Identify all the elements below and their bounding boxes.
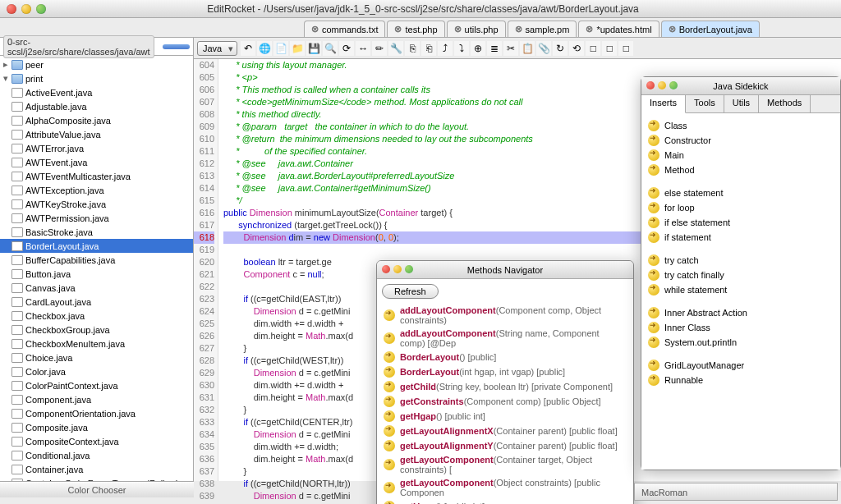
tree-file[interactable]: ColorPaintContext.java [0, 378, 193, 392]
toolbar-button[interactable]: 📄 [273, 41, 288, 56]
tree-file[interactable]: AWTKeyStroke.java [0, 197, 193, 211]
tree-file[interactable]: AWTPermission.java [0, 211, 193, 225]
tree-file[interactable]: Button.java [0, 267, 193, 281]
sidekick-insert-item[interactable]: Inner Class [645, 320, 837, 335]
tree-file[interactable]: ComponentOrientation.java [0, 406, 193, 420]
toolbar-button[interactable]: 📁 [290, 41, 305, 56]
sidekick-insert-item[interactable]: Method [645, 163, 837, 177]
method-item[interactable]: getLayoutAlignmentX(Container parent) [p… [382, 424, 628, 438]
tree-file[interactable]: Checkbox.java [0, 309, 193, 323]
tree-file[interactable]: CheckboxGroup.java [0, 323, 193, 337]
sidekick-insert-item[interactable]: try catch [645, 253, 837, 268]
toolbar-button[interactable]: ⤵ [454, 41, 469, 56]
method-item[interactable]: BorderLayout(int hgap, int vgap) [public… [382, 364, 628, 379]
method-item[interactable]: getLayoutComponent(Object constraints) [… [382, 476, 628, 499]
method-item[interactable]: getLayoutAlignmentY(Container parent) [p… [382, 438, 628, 453]
toolbar-button[interactable]: ✏ [372, 41, 387, 56]
tree-file[interactable]: Composite.java [0, 420, 193, 434]
tree-file[interactable]: Color.java [0, 364, 193, 378]
document-tab[interactable]: ⊗test.php [387, 21, 444, 37]
tree-file[interactable]: BasicStroke.java [0, 225, 193, 239]
toolbar-button[interactable]: ⤴ [438, 41, 453, 56]
toolbar-button[interactable]: □ [618, 41, 633, 56]
sidekick-insert-item[interactable]: System.out.println [645, 335, 837, 350]
refresh-button[interactable]: Refresh [382, 284, 439, 299]
tree-file[interactable]: AWTEventMulticaster.java [0, 169, 193, 183]
close-tab-icon[interactable]: ⊗ [454, 24, 462, 34]
tree-folder[interactable]: ▸peer [0, 57, 193, 71]
tree-file[interactable]: Choice.java [0, 351, 193, 364]
sidekick-insert-item[interactable]: if else statement [645, 215, 837, 230]
document-tab[interactable]: ⊗BorderLayout.java [661, 21, 760, 37]
method-item[interactable]: addLayoutComponent(Component comp, Objec… [382, 304, 628, 327]
tree-file[interactable]: Component.java [0, 392, 193, 406]
sidekick-insert-item[interactable]: try catch finally [645, 268, 837, 282]
status-encoding[interactable]: MacRoman [634, 483, 838, 501]
tree-file[interactable]: CompositeContext.java [0, 434, 193, 448]
sidebar-footer[interactable]: Color Chooser [0, 481, 194, 497]
tree-folder[interactable]: ▾print [0, 71, 193, 85]
sidekick-insert-item[interactable]: Main [645, 148, 837, 163]
zoom-icon[interactable] [405, 265, 413, 273]
language-select[interactable]: Java [197, 41, 237, 56]
method-item[interactable]: getChild(String key, boolean ltr) [priva… [382, 379, 628, 394]
toolbar-button[interactable]: □ [586, 41, 600, 56]
toolbar-button[interactable]: ↔ [356, 41, 370, 56]
toolbar-button[interactable]: ↶ [241, 41, 255, 56]
close-icon[interactable] [382, 265, 390, 273]
tree-file[interactable]: Adjustable.java [0, 99, 193, 113]
close-icon[interactable] [646, 81, 655, 89]
disclosure-arrow-icon[interactable]: ▾ [3, 73, 11, 84]
tree-file[interactable]: AWTEvent.java [0, 155, 193, 169]
toolbar-button[interactable]: □ [602, 41, 617, 56]
toolbar-button[interactable]: ⊕ [471, 41, 485, 56]
java-sidekick-window[interactable]: Java Sidekick InsertsToolsUtilsMethods C… [641, 76, 841, 470]
minimize-icon[interactable] [393, 265, 402, 273]
method-item[interactable]: addLayoutComponent(String name, Componen… [382, 327, 628, 350]
minimize-icon[interactable] [658, 81, 666, 89]
toolbar-button[interactable]: ⎘ [405, 41, 420, 56]
method-item[interactable]: getConstraints(Component comp) [public O… [382, 394, 628, 409]
toolbar-button[interactable]: ↻ [553, 41, 568, 56]
toolbar-button[interactable]: 📋 [520, 41, 535, 56]
method-item[interactable]: BorderLayout() [public] [382, 350, 628, 364]
toolbar-button[interactable]: 📎 [536, 41, 551, 56]
close-tab-icon[interactable]: ⊗ [669, 24, 676, 34]
sidekick-insert-item[interactable]: for loop [645, 200, 837, 215]
sidekick-tab[interactable]: Tools [686, 95, 724, 112]
tree-file[interactable]: CardLayout.java [0, 295, 193, 309]
close-tab-icon[interactable]: ⊗ [311, 24, 319, 34]
toolbar-button[interactable]: ⟳ [339, 41, 354, 56]
tree-file[interactable]: Container.java [0, 462, 193, 476]
close-tab-icon[interactable]: ⊗ [515, 24, 522, 34]
tree-file[interactable]: AttributeValue.java [0, 127, 193, 141]
sidekick-insert-item[interactable]: else statement [645, 186, 837, 200]
toolbar-button[interactable]: 🔧 [388, 41, 403, 56]
sidekick-insert-item[interactable]: Class [645, 118, 837, 133]
document-tab[interactable]: ⊗*updates.html [578, 21, 659, 37]
sidekick-insert-item[interactable]: Inner Abstract Action [645, 305, 837, 320]
toolbar-button[interactable]: 💾 [306, 41, 321, 56]
sidekick-tab[interactable]: Utils [724, 95, 759, 112]
method-item[interactable]: getLayoutComponent(Container target, Obj… [382, 453, 628, 476]
sidekick-insert-item[interactable]: Constructor [645, 133, 837, 148]
document-tab[interactable]: ⊗commands.txt [304, 21, 385, 37]
methods-navigator-window[interactable]: Methods Navigator Refresh addLayoutCompo… [376, 260, 634, 504]
tree-file[interactable]: AWTError.java [0, 141, 193, 155]
sidekick-insert-item[interactable]: GridLayoutManager [645, 358, 837, 373]
tree-file[interactable]: AlphaComposite.java [0, 113, 193, 127]
sidekick-tab[interactable]: Methods [759, 95, 811, 112]
sidekick-insert-item[interactable]: Runnable [645, 373, 837, 387]
toolbar-button[interactable]: ✂ [503, 41, 518, 56]
disclosure-arrow-icon[interactable]: ▸ [3, 59, 11, 70]
toolbar-button[interactable]: ≣ [487, 41, 502, 56]
document-tab[interactable]: ⊗utils.php [447, 21, 506, 37]
tree-file[interactable]: Canvas.java [0, 281, 193, 295]
path-crumb[interactable]: 0-src-scsl/j2se/src/share/classes/java/a… [3, 35, 154, 58]
close-tab-icon[interactable]: ⊗ [586, 24, 593, 34]
path-scroll[interactable] [163, 44, 190, 49]
method-item[interactable]: getHgap() [public int] [382, 409, 628, 424]
sidekick-insert-item[interactable]: if statement [645, 230, 837, 245]
toolbar-button[interactable]: 🔍 [323, 41, 338, 56]
sidekick-tab[interactable]: Inserts [641, 95, 686, 113]
